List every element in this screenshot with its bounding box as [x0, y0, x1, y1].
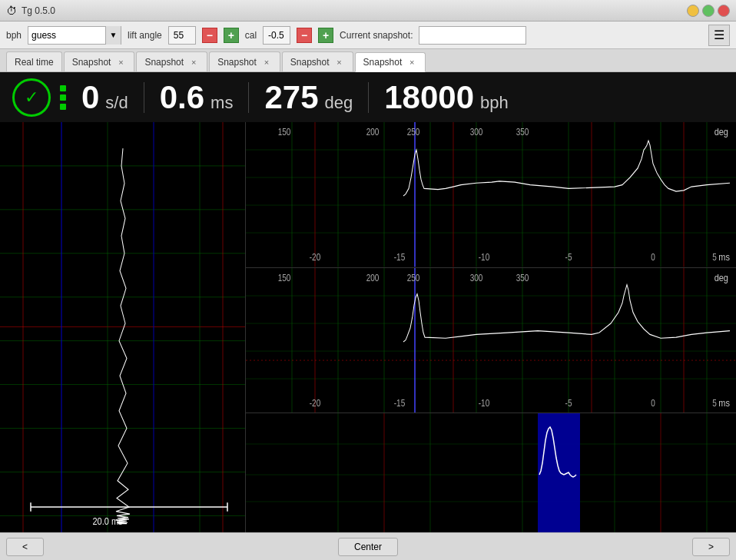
- svg-text:deg: deg: [714, 271, 728, 283]
- svg-text:300: 300: [470, 272, 483, 282]
- cal-minus-button[interactable]: −: [297, 28, 312, 43]
- status-value-3: 275: [264, 79, 318, 116]
- svg-text:200: 200: [366, 127, 380, 137]
- cal-label: cal: [245, 30, 257, 41]
- chart-3-svg: [246, 413, 736, 532]
- svg-text:deg: deg: [714, 126, 728, 138]
- cal-plus-button[interactable]: +: [318, 28, 333, 43]
- svg-text:200: 200: [366, 272, 380, 282]
- tab-bar: Real time Snapshot × Snapshot × Snapshot…: [0, 49, 736, 72]
- dot-2: [60, 94, 66, 101]
- status-dots: [60, 85, 66, 110]
- lift-angle-plus-button[interactable]: +: [224, 28, 239, 43]
- svg-text:5: 5: [712, 398, 717, 408]
- tab-snapshot-2-label: Snapshot: [144, 57, 184, 68]
- separator-3: [368, 82, 369, 113]
- left-waveform-panel: 20.0 ms: [0, 122, 246, 532]
- chart-1: 150 200 250 300 350 -20 -15 -10 -5 0 5 d…: [246, 122, 736, 268]
- check-icon: ✓: [25, 88, 38, 108]
- tab-snapshot-1-close[interactable]: ×: [115, 57, 126, 68]
- lift-angle-value: 55: [168, 26, 196, 45]
- svg-text:-15: -15: [394, 252, 405, 262]
- separator-2: [248, 82, 249, 113]
- snapshot-input[interactable]: [419, 26, 526, 45]
- maximize-button[interactable]: [702, 5, 714, 17]
- window-controls: [687, 5, 730, 17]
- toolbar: bph guess ▼ lift angle 55 − + cal -0.5 −…: [0, 22, 736, 49]
- lift-angle-minus-button[interactable]: −: [202, 28, 217, 43]
- status-value-2: 0.6: [160, 79, 204, 116]
- dot-1: [60, 85, 66, 91]
- tab-snapshot-3-label: Snapshot: [217, 57, 257, 68]
- svg-text:350: 350: [516, 272, 529, 282]
- status-unit-2: ms: [211, 93, 233, 113]
- svg-text:300: 300: [470, 127, 483, 137]
- svg-text:250: 250: [407, 272, 420, 282]
- svg-text:150: 150: [278, 272, 291, 282]
- tab-snapshot-3[interactable]: Snapshot ×: [209, 51, 280, 71]
- prev-button[interactable]: <: [6, 538, 44, 556]
- app-title: Tg 0.5.0: [22, 5, 687, 16]
- bph-select-wrap[interactable]: guess ▼: [28, 26, 121, 45]
- svg-text:5: 5: [712, 252, 717, 262]
- svg-rect-89: [246, 413, 736, 532]
- status-value-4: 18000: [384, 79, 474, 116]
- tab-snapshot-4[interactable]: Snapshot ×: [282, 51, 353, 71]
- bph-label: bph: [6, 30, 22, 41]
- svg-text:-5: -5: [565, 398, 572, 408]
- svg-text:250: 250: [407, 127, 420, 137]
- svg-text:20.0 ms: 20.0 ms: [92, 515, 122, 526]
- tab-snapshot-5-close[interactable]: ×: [406, 57, 417, 68]
- svg-text:ms: ms: [718, 251, 730, 263]
- svg-text:-5: -5: [565, 252, 572, 262]
- status-value-1: 0: [81, 79, 99, 116]
- svg-text:0: 0: [651, 398, 655, 408]
- svg-rect-22: [246, 122, 736, 267]
- main-content: 20.0 ms: [0, 122, 736, 532]
- bph-value: guess: [28, 30, 105, 41]
- svg-rect-102: [538, 413, 580, 532]
- app-icon: ⏱: [6, 5, 17, 17]
- separator-1: [144, 82, 144, 113]
- tab-realtime-label: Real time: [15, 57, 54, 68]
- right-charts-panel: 150 200 250 300 350 -20 -15 -10 -5 0 5 d…: [246, 122, 736, 532]
- svg-text:-20: -20: [310, 398, 320, 408]
- svg-text:-10: -10: [479, 252, 489, 262]
- close-button[interactable]: [718, 5, 730, 17]
- center-button[interactable]: Center: [338, 538, 398, 556]
- next-button[interactable]: >: [692, 538, 730, 556]
- tab-realtime[interactable]: Real time: [6, 51, 62, 71]
- status-indicator: ✓: [12, 78, 51, 117]
- tab-snapshot-5[interactable]: Snapshot ×: [355, 52, 426, 72]
- svg-text:-10: -10: [479, 398, 489, 408]
- status-unit-3: deg: [325, 93, 353, 113]
- chart-1-svg: 150 200 250 300 350 -20 -15 -10 -5 0 5 d…: [246, 122, 736, 267]
- svg-text:-15: -15: [394, 398, 405, 408]
- tab-snapshot-2[interactable]: Snapshot ×: [136, 51, 207, 71]
- minimize-button[interactable]: [687, 5, 699, 17]
- titlebar: ⏱ Tg 0.5.0: [0, 0, 736, 22]
- tab-snapshot-3-close[interactable]: ×: [261, 57, 272, 68]
- bph-select-arrow[interactable]: ▼: [105, 26, 121, 45]
- status-bar: ✓ 0 s/d 0.6 ms 275 deg 18000 bph: [0, 72, 736, 122]
- status-unit-1: s/d: [105, 93, 128, 113]
- chart-2-svg: 150 200 250 300 350 -20 -15 -10 -5 0 5 d…: [246, 268, 736, 413]
- tab-snapshot-4-label: Snapshot: [290, 57, 330, 68]
- menu-button[interactable]: ☰: [708, 25, 730, 46]
- svg-text:350: 350: [516, 127, 529, 137]
- svg-rect-55: [246, 268, 736, 413]
- snapshot-label: Current snapshot:: [340, 30, 413, 41]
- bottom-nav: < Center >: [0, 532, 736, 560]
- lift-angle-label: lift angle: [128, 30, 162, 41]
- status-unit-4: bph: [480, 93, 509, 113]
- tab-snapshot-2-close[interactable]: ×: [188, 57, 199, 68]
- chart-3: [246, 413, 736, 532]
- svg-text:150: 150: [278, 127, 291, 137]
- svg-text:ms: ms: [718, 397, 730, 409]
- dot-3: [60, 104, 66, 110]
- chart-2: 150 200 250 300 350 -20 -15 -10 -5 0 5 d…: [246, 268, 736, 414]
- svg-text:0: 0: [651, 252, 655, 262]
- tab-snapshot-1-label: Snapshot: [72, 57, 111, 68]
- tab-snapshot-4-close[interactable]: ×: [334, 57, 345, 68]
- tab-snapshot-1[interactable]: Snapshot ×: [64, 51, 135, 71]
